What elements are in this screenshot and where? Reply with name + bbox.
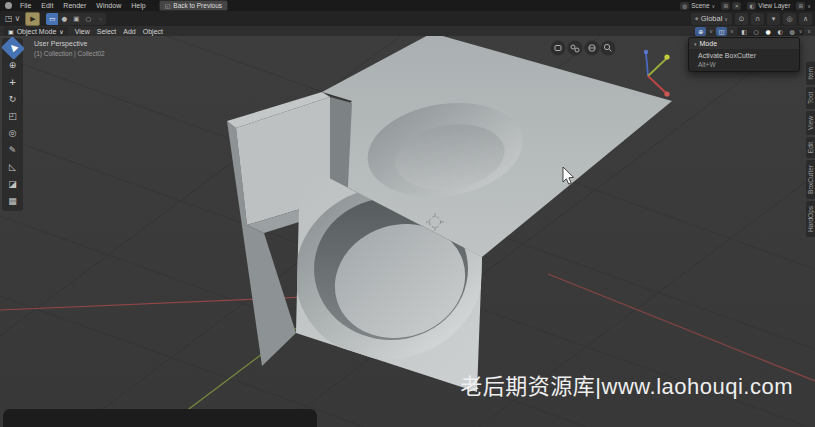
sidebar-tab-edit[interactable]: Edit <box>806 137 815 158</box>
viewport-header: ▣ Object Mode ∨ View Select Add Object ⊕… <box>0 26 815 36</box>
proportional-falloff-dropdown[interactable]: ∧ <box>799 13 812 25</box>
view-layer-icon: ◐ <box>747 2 756 10</box>
view-info-overlay: User Perspective (1) Collection | Collec… <box>34 39 105 59</box>
menu-object[interactable]: Object <box>143 28 163 35</box>
3d-viewport[interactable]: ▶ ⊕ + ↻ ◰ ◎ ✎ ◺ ◪ ▦ User Perspective (1)… <box>0 36 815 427</box>
shape-sphere-button[interactable]: ● <box>58 13 70 25</box>
boxcutter-shortcut-label: Alt+W <box>689 60 799 71</box>
tool-move[interactable]: + <box>4 74 22 90</box>
shading-solid-button[interactable]: ● <box>763 27 774 36</box>
chevron-down-icon: ∨ <box>807 28 811 34</box>
collection-path-label: (1) Collection | Collect02 <box>34 49 105 59</box>
add-view-layer-button[interactable]: ⊞ <box>796 2 805 10</box>
view-perspective-label: User Perspective <box>34 39 105 49</box>
sidebar-tab-boxcutter[interactable]: BoxCutter <box>806 160 815 199</box>
sidebar-tab-view[interactable]: View <box>806 111 815 135</box>
tool-shelf: ▶ ⊕ + ↻ ◰ ◎ ✎ ◺ ◪ ▦ <box>2 38 23 211</box>
proportional-edit-toggle[interactable]: ◎ <box>783 13 796 25</box>
tool-transform[interactable]: ◎ <box>4 125 22 141</box>
pivot-point-dropdown[interactable]: ⊙ <box>735 13 748 25</box>
tool-annotate[interactable]: ✎ <box>4 142 22 158</box>
menu-view[interactable]: View <box>75 28 90 35</box>
bottom-overlay-panel <box>3 409 317 427</box>
sidebar-tab-item[interactable]: Item <box>806 62 815 85</box>
mode-label: Object Mode <box>17 28 57 35</box>
menu-window[interactable]: Window <box>91 0 126 11</box>
editor-type-icon: ◳ <box>5 14 13 23</box>
mode-popup-header[interactable]: ▾ Mode <box>689 38 799 49</box>
shape-custom-button[interactable]: ◦ <box>94 13 106 25</box>
tool-rotate[interactable]: ↻ <box>4 91 22 107</box>
mode-dropdown[interactable]: ▣ Object Mode ∨ <box>4 27 68 36</box>
menu-render[interactable]: Render <box>58 0 91 11</box>
show-overlays-toggle[interactable]: ◫ <box>716 27 727 36</box>
xray-toggle[interactable]: ◧ <box>739 27 750 36</box>
new-scene-button[interactable]: ⊞ <box>721 2 730 10</box>
shape-square-button[interactable]: ▣ <box>70 13 82 25</box>
chevron-down-icon: ∨ <box>807 3 811 9</box>
activate-boxcutter-item[interactable]: Activate BoxCutter <box>689 49 799 60</box>
zoom-view-button[interactable] <box>601 41 616 56</box>
watermark-text: 老后期资源库|www.laohouqi.com <box>460 368 793 400</box>
chevron-down-icon: ∨ <box>730 28 734 34</box>
back-to-previous-label: Back to Previous <box>173 2 222 9</box>
sidebar-tab-tool[interactable]: Tool <box>806 87 815 109</box>
shading-material-button[interactable]: ◐ <box>775 27 786 36</box>
orientation-label: Global <box>701 14 723 23</box>
orientation-icon: ⌖ <box>695 15 699 23</box>
show-gizmo-toggle[interactable]: ⊕ <box>695 27 706 36</box>
sidebar-tab-hardops[interactable]: HardOps <box>806 201 815 237</box>
shading-mode-group: ◧ ○ ● ◐ ◍ ∨ <box>737 27 805 36</box>
tool-boxcutter[interactable]: ◪ <box>4 176 22 192</box>
transform-orientation-dropdown[interactable]: ⌖ Global ∨ <box>691 13 732 25</box>
chevron-down-icon: ∨ <box>15 14 21 23</box>
object-mode-icon: ▣ <box>8 28 14 35</box>
chevron-down-icon: ∨ <box>712 3 716 9</box>
shape-circle-button[interactable]: ○ <box>82 13 94 25</box>
chevron-down-icon: ∨ <box>59 28 63 35</box>
menu-file[interactable]: File <box>15 0 36 11</box>
tool-measure[interactable]: ◺ <box>4 159 22 175</box>
view-layer-selector[interactable]: ◐ View Layer <box>747 2 790 10</box>
chevron-down-icon: ∨ <box>709 28 713 34</box>
active-tool-button[interactable]: ▶ <box>25 12 40 26</box>
tool-scale[interactable]: ◰ <box>4 108 22 124</box>
tool-settings-bar: ◳ ∨ ▶ ▭ ● ▣ ○ ◦ ⌖ Global ∨ ⊙ ∩ ▾ ◎ ∧ <box>0 11 815 26</box>
blender-logo-icon[interactable] <box>5 2 12 9</box>
camera-view-button[interactable] <box>551 41 566 56</box>
sidebar-tab-strip: Item Tool View Edit BoxCutter HardOps <box>799 62 815 237</box>
workspace-icon: ◱ <box>165 2 171 9</box>
chevron-down-icon: ▾ <box>694 41 697 47</box>
tool-add-cube[interactable]: ▦ <box>4 193 22 209</box>
view-layer-label: View Layer <box>758 2 790 9</box>
scene-selector[interactable]: ◍ Scene ∨ <box>680 2 715 10</box>
snap-magnet-toggle[interactable]: ∩ <box>751 13 764 25</box>
shape-box-button[interactable]: ▭ <box>46 13 58 25</box>
top-menu-bar: File Edit Render Window Help ◱ Back to P… <box>0 0 815 11</box>
viewport-header-toggles: ⊕ ∨ ◫ ∨ ◧ ○ ● ◐ ◍ ∨ ∨ <box>695 27 811 36</box>
shading-rendered-button[interactable]: ◍ <box>787 27 798 36</box>
boxcutter-mode-popup: ▾ Mode Activate BoxCutter Alt+W <box>688 37 800 72</box>
scene-icon: ◍ <box>680 2 689 10</box>
back-to-previous-button[interactable]: ◱ Back to Previous <box>159 0 228 11</box>
menu-select[interactable]: Select <box>97 28 116 35</box>
scene-label: Scene <box>691 2 709 9</box>
menu-add[interactable]: Add <box>123 28 135 35</box>
shading-wireframe-button[interactable]: ○ <box>751 27 762 36</box>
chevron-down-icon: ∨ <box>799 28 803 34</box>
boxcutter-shape-group: ▭ ● ▣ ○ ◦ <box>46 13 106 25</box>
snapping-dropdown[interactable]: ▾ <box>767 13 780 25</box>
mode-popup-title: Mode <box>700 40 718 47</box>
editor-type-selector[interactable]: ◳ ∨ <box>3 14 22 23</box>
menu-help[interactable]: Help <box>126 0 150 11</box>
unlink-scene-button[interactable]: ✕ <box>732 2 741 10</box>
blender-window: File Edit Render Window Help ◱ Back to P… <box>0 0 815 427</box>
chevron-down-icon: ∨ <box>724 16 728 22</box>
menu-edit[interactable]: Edit <box>36 0 58 11</box>
